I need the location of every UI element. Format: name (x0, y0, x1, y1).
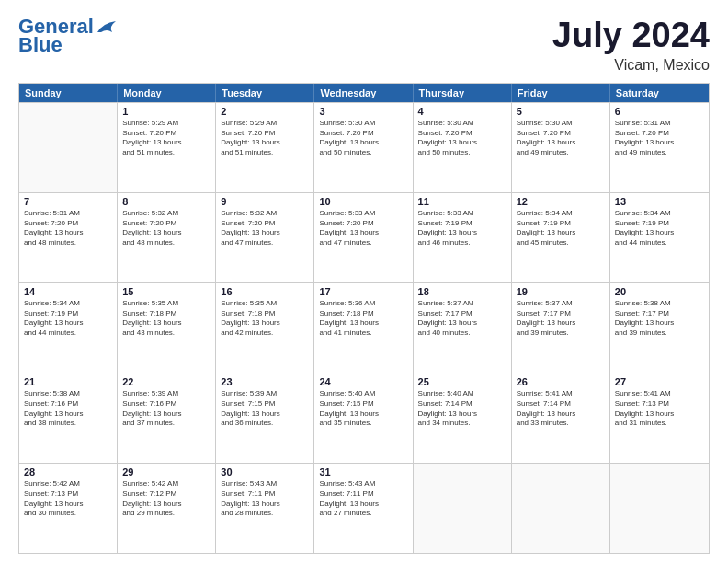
cell-line: Sunrise: 5:37 AM (418, 299, 506, 309)
logo-blue: Blue (18, 35, 63, 55)
cell-line: Sunset: 7:13 PM (615, 399, 704, 409)
cell-line: Daylight: 13 hours (319, 409, 407, 419)
cell-line: Daylight: 13 hours (319, 318, 407, 328)
cell-line: Sunset: 7:12 PM (122, 489, 210, 500)
cell-line: Sunset: 7:18 PM (122, 309, 210, 319)
calendar-cell: 9Sunrise: 5:32 AMSunset: 7:20 PMDaylight… (216, 193, 314, 282)
cell-line: and 39 minutes. (517, 328, 605, 339)
day-number: 13 (615, 196, 704, 207)
calendar-cell: 27Sunrise: 5:41 AMSunset: 7:13 PMDayligh… (610, 373, 709, 463)
calendar-cell: 20Sunrise: 5:38 AMSunset: 7:17 PMDayligh… (610, 283, 709, 373)
cell-line: Sunset: 7:17 PM (615, 309, 704, 319)
day-number: 2 (221, 106, 309, 117)
cell-line: Sunrise: 5:31 AM (24, 209, 112, 219)
cell-line: Daylight: 13 hours (319, 138, 407, 148)
cell-line: Sunset: 7:20 PM (418, 129, 506, 139)
cell-line: Sunset: 7:20 PM (517, 129, 605, 139)
calendar-header-day: Friday (512, 84, 610, 102)
cell-line: Sunrise: 5:38 AM (24, 389, 112, 399)
cell-line: Sunrise: 5:32 AM (122, 209, 210, 219)
cell-line: Sunrise: 5:39 AM (122, 389, 210, 399)
cell-line: and 47 minutes. (221, 238, 309, 248)
day-number: 10 (319, 196, 407, 207)
calendar-cell: 3Sunrise: 5:30 AMSunset: 7:20 PMDaylight… (314, 103, 413, 192)
cell-line: Daylight: 13 hours (122, 228, 210, 238)
cell-line: Sunrise: 5:30 AM (319, 119, 407, 129)
cell-line: and 29 minutes. (122, 509, 210, 519)
calendar-cell: 28Sunrise: 5:42 AMSunset: 7:13 PMDayligh… (19, 464, 118, 553)
day-number: 1 (122, 106, 210, 117)
cell-line: Daylight: 13 hours (418, 409, 506, 419)
cell-line: and 33 minutes. (517, 419, 605, 429)
cell-line: Sunrise: 5:34 AM (517, 209, 605, 219)
cell-line: Sunset: 7:19 PM (517, 219, 605, 229)
cell-line: and 50 minutes. (418, 148, 506, 158)
cell-line: Sunset: 7:11 PM (221, 489, 309, 500)
cell-line: and 49 minutes. (615, 148, 704, 158)
day-number: 9 (221, 196, 309, 207)
cell-line: Daylight: 13 hours (319, 228, 407, 238)
day-number: 14 (24, 286, 112, 297)
calendar-cell: 17Sunrise: 5:36 AMSunset: 7:18 PMDayligh… (314, 283, 413, 373)
calendar-header-day: Wednesday (314, 84, 413, 102)
calendar-cell: 19Sunrise: 5:37 AMSunset: 7:17 PMDayligh… (512, 283, 610, 373)
calendar-cell: 21Sunrise: 5:38 AMSunset: 7:16 PMDayligh… (19, 373, 118, 463)
cell-line: and 51 minutes. (221, 148, 309, 158)
cell-line: Daylight: 13 hours (418, 228, 506, 238)
cell-line: Sunrise: 5:38 AM (615, 299, 704, 309)
cell-line: Daylight: 13 hours (418, 138, 506, 148)
calendar-cell: 8Sunrise: 5:32 AMSunset: 7:20 PMDaylight… (118, 193, 216, 282)
calendar-header-day: Monday (118, 84, 216, 102)
cell-line: Daylight: 13 hours (615, 409, 704, 419)
cell-line: Daylight: 13 hours (122, 138, 210, 148)
day-number: 12 (517, 196, 605, 207)
day-number: 28 (24, 466, 112, 477)
day-number: 27 (615, 376, 704, 387)
cell-line: Sunrise: 5:29 AM (122, 119, 210, 129)
cell-line: Daylight: 13 hours (221, 318, 309, 328)
cell-line: and 35 minutes. (319, 419, 407, 429)
cell-line: Sunrise: 5:43 AM (221, 479, 309, 489)
cell-line: Sunrise: 5:39 AM (221, 389, 309, 399)
cell-line: and 48 minutes. (24, 238, 112, 248)
day-number: 24 (319, 376, 407, 387)
calendar-row: 14Sunrise: 5:34 AMSunset: 7:19 PMDayligh… (19, 282, 709, 373)
cell-line: Sunrise: 5:43 AM (319, 479, 407, 489)
day-number: 25 (418, 376, 506, 387)
cell-line: Daylight: 13 hours (122, 318, 210, 328)
cell-line: Sunrise: 5:41 AM (517, 389, 605, 399)
calendar-header-day: Thursday (414, 84, 512, 102)
day-number: 22 (122, 376, 210, 387)
cell-line: Sunset: 7:20 PM (615, 129, 704, 139)
day-number: 15 (122, 286, 210, 297)
day-number: 17 (319, 286, 407, 297)
cell-line: Sunrise: 5:30 AM (418, 119, 506, 129)
day-number: 26 (517, 376, 605, 387)
cell-line: and 27 minutes. (319, 509, 407, 519)
cell-line: Daylight: 13 hours (517, 318, 605, 328)
day-number: 23 (221, 376, 309, 387)
cell-line: Sunrise: 5:35 AM (221, 299, 309, 309)
calendar-cell: 14Sunrise: 5:34 AMSunset: 7:19 PMDayligh… (19, 283, 118, 373)
cell-line: Sunset: 7:18 PM (319, 309, 407, 319)
cell-line: Sunrise: 5:36 AM (319, 299, 407, 309)
calendar-cell: 7Sunrise: 5:31 AMSunset: 7:20 PMDaylight… (19, 193, 118, 282)
page: General Blue July 2024 Vicam, Mexico Sun… (0, 0, 728, 563)
calendar-cell: 31Sunrise: 5:43 AMSunset: 7:11 PMDayligh… (314, 464, 413, 553)
cell-line: Sunrise: 5:40 AM (319, 389, 407, 399)
day-number: 6 (615, 106, 704, 117)
cell-line: and 30 minutes. (24, 509, 112, 519)
cell-line: Sunrise: 5:33 AM (418, 209, 506, 219)
cell-line: Sunrise: 5:31 AM (615, 119, 704, 129)
cell-line: Sunrise: 5:42 AM (122, 479, 210, 489)
cell-line: Sunrise: 5:34 AM (24, 299, 112, 309)
cell-line: Sunset: 7:20 PM (221, 219, 309, 229)
calendar-header-day: Sunday (19, 84, 118, 102)
cell-line: Daylight: 13 hours (122, 500, 210, 510)
cell-line: and 46 minutes. (418, 238, 506, 248)
cell-line: Daylight: 13 hours (221, 409, 309, 419)
cell-line: Sunrise: 5:34 AM (615, 209, 704, 219)
cell-line: Daylight: 13 hours (517, 228, 605, 238)
calendar-cell: 29Sunrise: 5:42 AMSunset: 7:12 PMDayligh… (118, 464, 216, 553)
cell-line: and 49 minutes. (517, 148, 605, 158)
